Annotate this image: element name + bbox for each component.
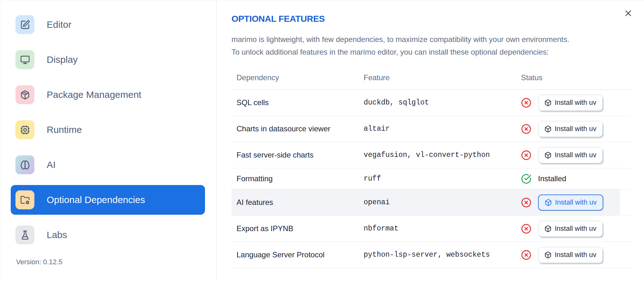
- feature-cell: altair: [364, 125, 521, 133]
- install-button-label: Install with uv: [555, 224, 596, 233]
- column-header-status: Status: [521, 73, 632, 82]
- sidebar-item-editor[interactable]: Editor: [11, 10, 205, 39]
- dependency-cell: Charts in datasource viewer: [231, 124, 364, 133]
- install-button-label: Install with uv: [555, 251, 596, 259]
- feature-cell: duckdb, sqlglot: [364, 99, 521, 107]
- sidebar-item-labs[interactable]: Labs: [11, 220, 205, 250]
- status-cell: Install with uv: [521, 194, 632, 211]
- table-body: SQL cellsduckdb, sqlglotInstall with uvC…: [231, 90, 632, 268]
- circle-x-icon: [521, 197, 531, 208]
- feature-cell: nbformat: [364, 224, 521, 233]
- install-with-uv-button[interactable]: Install with uv: [538, 121, 603, 137]
- circle-x-icon: [521, 224, 531, 234]
- flask-icon: [15, 225, 34, 244]
- cpu-icon: [15, 120, 34, 139]
- close-icon: [624, 14, 633, 19]
- panel-description: marimo is lightweight, with few dependen…: [231, 33, 632, 58]
- box-icon: [544, 251, 552, 259]
- version-label: Version: 0.12.5: [16, 258, 205, 266]
- circle-x-icon: [521, 124, 531, 134]
- box-icon: [544, 99, 552, 106]
- sidebar-item-ai[interactable]: AI: [11, 150, 205, 180]
- monitor-icon: [15, 50, 34, 69]
- circle-x-icon: [521, 98, 531, 108]
- circle-x-icon: [521, 250, 531, 260]
- sidebar-item-label: Labs: [47, 230, 67, 240]
- sidebar-item-label: Runtime: [47, 124, 82, 135]
- sidebar-nav: EditorDisplayPackage ManagementRuntimeAI…: [11, 10, 205, 250]
- table-row-sql-cells: SQL cellsduckdb, sqlglotInstall with uv: [231, 90, 632, 116]
- sidebar-item-label: Package Management: [47, 89, 141, 100]
- table-row-ai-features: AI featuresopenaiInstall with uv: [231, 189, 632, 216]
- install-with-uv-button[interactable]: Install with uv: [538, 247, 603, 263]
- status-cell: Install with uv: [521, 247, 632, 263]
- install-button-label: Install with uv: [555, 99, 596, 107]
- status-cell: Install with uv: [521, 121, 632, 137]
- sidebar-item-runtime[interactable]: Runtime: [11, 115, 205, 145]
- dependency-cell: Language Server Protocol: [231, 250, 364, 259]
- install-with-uv-button[interactable]: Install with uv: [538, 194, 603, 211]
- install-with-uv-button[interactable]: Install with uv: [538, 95, 603, 111]
- settings-sidebar: EditorDisplayPackage ManagementRuntimeAI…: [0, 0, 217, 281]
- feature-cell: ruff: [364, 175, 521, 183]
- dependency-cell: SQL cells: [231, 98, 364, 107]
- dependency-cell: Formatting: [231, 174, 364, 183]
- optional-features-panel: OPTIONAL FEATURES marimo is lightweight,…: [217, 0, 644, 281]
- dependency-cell: AI features: [231, 198, 364, 207]
- feature-cell: python-lsp-server, websockets: [364, 251, 521, 259]
- sidebar-item-label: AI: [47, 159, 56, 170]
- dependency-cell: Fast server-side charts: [231, 151, 364, 159]
- folder-cog-icon: [15, 190, 34, 209]
- dependencies-table: Dependency Feature Status SQL cellsduckd…: [231, 66, 632, 268]
- table-row-fast-server-side-charts: Fast server-side chartsvegafusion, vl-co…: [231, 142, 632, 168]
- brain-icon: [15, 155, 34, 174]
- table-header-row: Dependency Feature Status: [231, 66, 632, 90]
- box-icon: [545, 199, 552, 206]
- box-icon: [544, 125, 552, 133]
- box-icon: [544, 225, 552, 232]
- sidebar-item-label: Editor: [47, 19, 71, 30]
- circle-x-icon: [521, 150, 531, 160]
- install-button-label: Install with uv: [555, 125, 596, 133]
- column-header-feature: Feature: [364, 73, 521, 82]
- close-button[interactable]: [623, 9, 633, 19]
- install-with-uv-button[interactable]: Install with uv: [538, 221, 603, 237]
- dependency-cell: Export as IPYNB: [231, 224, 364, 233]
- installed-status-label: Installed: [538, 174, 566, 183]
- sidebar-item-label: Optional Dependencies: [47, 194, 145, 205]
- settings-dialog: EditorDisplayPackage ManagementRuntimeAI…: [0, 0, 644, 281]
- sidebar-item-display[interactable]: Display: [11, 45, 205, 75]
- table-row-charts-in-datasource-viewer: Charts in datasource vieweraltairInstall…: [231, 116, 632, 142]
- package-icon: [15, 85, 34, 104]
- status-cell: Installed: [521, 174, 632, 184]
- description-line-2: To unlock additional features in the mar…: [231, 46, 632, 58]
- table-row-formatting: FormattingruffInstalled: [231, 168, 632, 189]
- install-button-label: Install with uv: [555, 151, 596, 159]
- column-header-dependency: Dependency: [231, 73, 364, 82]
- install-button-label: Install with uv: [555, 198, 597, 206]
- status-cell: Install with uv: [521, 221, 632, 237]
- sidebar-item-optional-dependencies[interactable]: Optional Dependencies: [11, 185, 205, 215]
- status-cell: Install with uv: [521, 95, 632, 111]
- install-with-uv-button[interactable]: Install with uv: [538, 147, 603, 163]
- square-pen-icon: [15, 15, 34, 34]
- feature-cell: openai: [364, 198, 521, 206]
- status-cell: Install with uv: [521, 147, 632, 163]
- feature-cell: vegafusion, vl-convert-python: [364, 151, 521, 159]
- sidebar-item-label: Display: [47, 54, 78, 65]
- description-line-1: marimo is lightweight, with few dependen…: [231, 33, 632, 46]
- circle-check-icon: [521, 174, 531, 184]
- sidebar-item-package-management[interactable]: Package Management: [11, 80, 205, 110]
- panel-title: OPTIONAL FEATURES: [231, 14, 632, 24]
- table-row-export-as-ipynb: Export as IPYNBnbformatInstall with uv: [231, 216, 632, 242]
- box-icon: [544, 152, 552, 159]
- table-row-language-server-protocol: Language Server Protocolpython-lsp-serve…: [231, 242, 632, 268]
